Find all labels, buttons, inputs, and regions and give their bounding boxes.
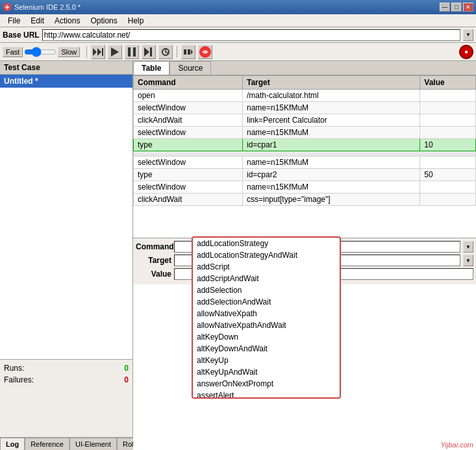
dropdown-item[interactable]: assertAlert xyxy=(193,390,340,399)
fast-button[interactable]: Fast xyxy=(3,47,23,57)
run-icon xyxy=(111,47,119,56)
cell-target: name=n15KfMuM xyxy=(243,102,420,114)
test-case-item[interactable]: Untitled * xyxy=(0,75,132,88)
svg-marker-4 xyxy=(111,47,119,56)
right-panel: Table Source Command Target Value open xyxy=(133,61,476,450)
apply-button[interactable] xyxy=(158,45,173,59)
table-row[interactable]: open /math-calculator.html xyxy=(134,90,476,102)
target-label: Target xyxy=(136,256,171,265)
svg-marker-1 xyxy=(93,48,97,56)
dropdown-item[interactable]: addLocationStrategy xyxy=(193,238,340,249)
table-row[interactable]: selectWindow name=n15KfMuM xyxy=(134,127,476,139)
menu-help[interactable]: Help xyxy=(123,15,149,27)
tab-reference[interactable]: Reference xyxy=(25,438,69,450)
table-wrapper[interactable]: Command Target Value open /math-calculat… xyxy=(133,75,476,238)
table-row[interactable]: clickAndWait link=Percent Calculator xyxy=(134,114,476,127)
tab-source[interactable]: Source xyxy=(169,61,211,75)
svg-marker-7 xyxy=(144,47,149,56)
tab-table[interactable]: Table xyxy=(133,61,169,75)
cell-value xyxy=(420,194,476,206)
toolbar-separator-2 xyxy=(177,46,177,58)
cell-target: name=n15KfMuM xyxy=(243,181,420,194)
base-url-dropdown-button[interactable]: ▼ xyxy=(463,29,473,41)
dropdown-item[interactable]: allowNativeXpathAndWait xyxy=(193,319,340,331)
selenium-icon-button[interactable] xyxy=(198,45,212,59)
pause-button[interactable] xyxy=(125,45,139,59)
cell-command: selectWindow xyxy=(134,156,243,169)
dropdown-item[interactable]: addSelection xyxy=(193,284,340,296)
tab-log[interactable]: Log xyxy=(0,438,25,450)
col-target: Target xyxy=(243,76,420,90)
cell-value xyxy=(420,127,476,139)
dropdown-item[interactable]: altKeyDownAndWait xyxy=(193,343,340,355)
speed-slider[interactable] xyxy=(24,49,56,55)
svg-marker-12 xyxy=(191,49,193,55)
menu-edit[interactable]: Edit xyxy=(25,15,49,27)
cell-value: 10 xyxy=(420,139,476,151)
command-table: Command Target Value open /math-calculat… xyxy=(133,75,476,206)
run-test-button[interactable] xyxy=(108,45,122,59)
stats-area: Runs: 0 Failures: 0 xyxy=(0,360,132,388)
target-dropdown-button[interactable]: ▼ xyxy=(463,255,473,266)
test-case-list: Untitled * xyxy=(0,75,132,359)
dropdown-item[interactable]: allowNativeXpath xyxy=(193,308,340,319)
dropdown-item[interactable]: addScript xyxy=(193,261,340,273)
bottom-tabs: Log Reference UI-Element Rollup xyxy=(0,437,132,450)
step-button[interactable] xyxy=(142,45,156,59)
cell-command: open xyxy=(134,90,243,102)
dropdown-item[interactable]: altKeyUp xyxy=(193,355,340,366)
dropdown-item[interactable]: altKeyUpAndWait xyxy=(193,366,340,378)
cell-value xyxy=(420,156,476,169)
record-button[interactable]: ● xyxy=(459,45,473,59)
base-url-bar: Base URL ▼ xyxy=(0,27,476,43)
table-row[interactable] xyxy=(134,151,476,156)
failures-label: Failures: xyxy=(4,375,34,384)
failures-value: 0 xyxy=(124,375,129,384)
svg-rect-10 xyxy=(184,49,186,55)
command-dropdown-list[interactable]: addLocationStrategyaddLocationStrategyAn… xyxy=(192,236,341,399)
table-row[interactable]: type id=cpar2 50 xyxy=(134,169,476,181)
run-all-button[interactable] xyxy=(91,45,105,59)
run-all-icon xyxy=(93,47,103,56)
tab-ui-element[interactable]: UI-Element xyxy=(69,438,117,450)
svg-rect-3 xyxy=(102,48,103,56)
close-button[interactable]: ✕ xyxy=(463,3,473,12)
menu-actions[interactable]: Actions xyxy=(49,15,85,27)
slow-button[interactable]: Slow xyxy=(58,47,80,57)
main-area: Test Case Untitled * Runs: 0 Failures: 0… xyxy=(0,61,476,450)
menu-bar: File Edit Actions Options Help xyxy=(0,14,476,27)
table-row[interactable]: selectWindow name=n15KfMuM xyxy=(134,156,476,169)
title-bar: Selenium IDE 2.5.0 * — □ ✕ xyxy=(0,0,476,14)
pause-exception-icon xyxy=(184,47,193,56)
table-row[interactable]: clickAndWait css=input[type="image"] xyxy=(134,194,476,206)
col-value: Value xyxy=(420,76,476,90)
minimize-button[interactable]: — xyxy=(440,3,450,12)
dropdown-item[interactable]: addScriptAndWait xyxy=(193,273,340,284)
dropdown-item[interactable]: altKeyDown xyxy=(193,331,340,343)
runs-row: Runs: 0 xyxy=(4,362,129,374)
maximize-button[interactable]: □ xyxy=(451,3,462,12)
svg-rect-5 xyxy=(128,47,131,56)
dropdown-item[interactable]: addLocationStrategyAndWait xyxy=(193,249,340,261)
command-dropdown-button[interactable]: ▼ xyxy=(463,241,473,253)
dropdown-item[interactable]: addSelectionAndWait xyxy=(193,296,340,308)
menu-options[interactable]: Options xyxy=(85,15,122,27)
command-label: Command xyxy=(136,242,171,251)
toolbar: Fast Slow xyxy=(0,43,476,61)
cell-value xyxy=(420,102,476,114)
cell-value xyxy=(420,90,476,102)
base-url-input[interactable] xyxy=(42,29,460,41)
value-label: Value xyxy=(136,269,171,279)
dropdown-item[interactable]: answerOnNextPrompt xyxy=(193,378,340,390)
left-panel: Test Case Untitled * Runs: 0 Failures: 0… xyxy=(0,61,133,450)
left-bottom-panel: Runs: 0 Failures: 0 xyxy=(0,359,132,437)
pause-icon xyxy=(128,47,136,56)
title-text: Selenium IDE 2.5.0 * xyxy=(14,3,81,11)
title-bar-left: Selenium IDE 2.5.0 * xyxy=(3,3,81,12)
pause-exception-button[interactable] xyxy=(181,45,195,59)
menu-file[interactable]: File xyxy=(3,15,25,27)
col-command: Command xyxy=(134,76,243,90)
table-row[interactable]: selectWindow name=n15KfMuM xyxy=(134,181,476,194)
table-row[interactable]: selectWindow name=n15KfMuM xyxy=(134,102,476,114)
table-row[interactable]: type id=cpar1 10 xyxy=(134,139,476,151)
